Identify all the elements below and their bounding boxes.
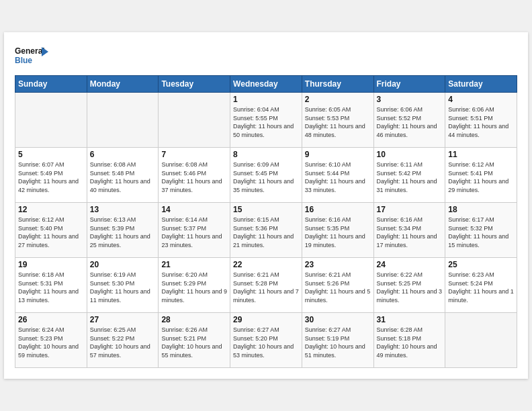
day-info: Sunrise: 6:06 AMSunset: 5:51 PMDaylight:… bbox=[448, 105, 514, 139]
day-info: Sunrise: 6:16 AMSunset: 5:35 PMDaylight:… bbox=[305, 216, 371, 249]
day-info: Sunrise: 6:12 AMSunset: 5:40 PMDaylight:… bbox=[18, 216, 84, 249]
calendar-cell: 27Sunrise: 6:25 AMSunset: 5:22 PMDayligh… bbox=[87, 313, 159, 368]
calendar-cell: 25Sunrise: 6:23 AMSunset: 5:24 PMDayligh… bbox=[445, 258, 517, 313]
day-number: 4 bbox=[448, 95, 514, 104]
calendar-cell: 14Sunrise: 6:14 AMSunset: 5:37 PMDayligh… bbox=[159, 203, 230, 258]
calendar-cell: 3Sunrise: 6:06 AMSunset: 5:52 PMDaylight… bbox=[373, 93, 445, 148]
day-info: Sunrise: 6:05 AMSunset: 5:53 PMDaylight:… bbox=[305, 105, 371, 139]
day-number: 14 bbox=[161, 205, 227, 214]
svg-text:General: General bbox=[15, 46, 45, 56]
day-info: Sunrise: 6:06 AMSunset: 5:52 PMDaylight:… bbox=[377, 105, 443, 139]
day-info: Sunrise: 6:08 AMSunset: 5:48 PMDaylight:… bbox=[90, 161, 156, 194]
weekday-header-tuesday: Tuesday bbox=[159, 76, 230, 93]
calendar-cell: 28Sunrise: 6:26 AMSunset: 5:21 PMDayligh… bbox=[159, 313, 230, 368]
day-info: Sunrise: 6:25 AMSunset: 5:22 PMDaylight:… bbox=[90, 326, 156, 359]
calendar-cell: 5Sunrise: 6:07 AMSunset: 5:49 PMDaylight… bbox=[15, 148, 87, 203]
day-number: 28 bbox=[161, 315, 227, 324]
day-info: Sunrise: 6:17 AMSunset: 5:32 PMDaylight:… bbox=[448, 216, 514, 249]
day-number: 18 bbox=[448, 205, 514, 214]
calendar-cell: 31Sunrise: 6:28 AMSunset: 5:18 PMDayligh… bbox=[373, 313, 445, 368]
calendar-cell bbox=[159, 93, 230, 148]
day-number: 6 bbox=[90, 150, 156, 159]
day-info: Sunrise: 6:26 AMSunset: 5:21 PMDaylight:… bbox=[161, 326, 227, 359]
day-number: 31 bbox=[377, 315, 443, 324]
calendar-table: SundayMondayTuesdayWednesdayThursdayFrid… bbox=[15, 75, 517, 368]
day-number: 21 bbox=[161, 260, 227, 269]
calendar-cell: 18Sunrise: 6:17 AMSunset: 5:32 PMDayligh… bbox=[445, 203, 517, 258]
calendar-cell: 20Sunrise: 6:19 AMSunset: 5:30 PMDayligh… bbox=[87, 258, 159, 313]
day-number: 10 bbox=[377, 150, 443, 159]
day-info: Sunrise: 6:21 AMSunset: 5:28 PMDaylight:… bbox=[233, 271, 299, 304]
logo-svg: General Blue bbox=[15, 43, 48, 68]
day-info: Sunrise: 6:27 AMSunset: 5:19 PMDaylight:… bbox=[305, 326, 371, 359]
day-info: Sunrise: 6:11 AMSunset: 5:42 PMDaylight:… bbox=[377, 161, 443, 194]
calendar-cell: 17Sunrise: 6:16 AMSunset: 5:34 PMDayligh… bbox=[373, 203, 445, 258]
calendar-cell: 9Sunrise: 6:10 AMSunset: 5:44 PMDaylight… bbox=[302, 148, 373, 203]
day-info: Sunrise: 6:19 AMSunset: 5:30 PMDaylight:… bbox=[90, 271, 156, 304]
day-number: 8 bbox=[233, 150, 299, 159]
day-number: 16 bbox=[305, 205, 371, 214]
week-row-5: 26Sunrise: 6:24 AMSunset: 5:23 PMDayligh… bbox=[15, 313, 517, 368]
calendar-cell: 4Sunrise: 6:06 AMSunset: 5:51 PMDaylight… bbox=[445, 93, 517, 148]
weekday-header-monday: Monday bbox=[87, 76, 159, 93]
calendar-cell: 12Sunrise: 6:12 AMSunset: 5:40 PMDayligh… bbox=[15, 203, 87, 258]
day-info: Sunrise: 6:04 AMSunset: 5:55 PMDaylight:… bbox=[233, 105, 299, 139]
day-number: 23 bbox=[305, 260, 371, 269]
day-number: 13 bbox=[90, 205, 156, 214]
day-number: 29 bbox=[233, 315, 299, 324]
calendar-cell: 13Sunrise: 6:13 AMSunset: 5:39 PMDayligh… bbox=[87, 203, 159, 258]
calendar-cell: 30Sunrise: 6:27 AMSunset: 5:19 PMDayligh… bbox=[302, 313, 373, 368]
day-info: Sunrise: 6:21 AMSunset: 5:26 PMDaylight:… bbox=[305, 271, 371, 304]
day-info: Sunrise: 6:15 AMSunset: 5:36 PMDaylight:… bbox=[233, 216, 299, 249]
day-info: Sunrise: 6:28 AMSunset: 5:18 PMDaylight:… bbox=[377, 326, 443, 359]
day-number: 27 bbox=[90, 315, 156, 324]
day-number: 5 bbox=[18, 150, 84, 159]
calendar-cell: 29Sunrise: 6:27 AMSunset: 5:20 PMDayligh… bbox=[230, 313, 302, 368]
day-info: Sunrise: 6:13 AMSunset: 5:39 PMDaylight:… bbox=[90, 216, 156, 249]
calendar-cell: 10Sunrise: 6:11 AMSunset: 5:42 PMDayligh… bbox=[373, 148, 445, 203]
calendar-container: General Blue SundayMondayTuesdayWednesda… bbox=[4, 32, 528, 379]
day-info: Sunrise: 6:22 AMSunset: 5:25 PMDaylight:… bbox=[377, 271, 443, 304]
week-row-2: 5Sunrise: 6:07 AMSunset: 5:49 PMDaylight… bbox=[15, 148, 517, 203]
day-number: 15 bbox=[233, 205, 299, 214]
day-info: Sunrise: 6:10 AMSunset: 5:44 PMDaylight:… bbox=[305, 161, 371, 194]
day-number: 19 bbox=[18, 260, 84, 269]
day-info: Sunrise: 6:20 AMSunset: 5:29 PMDaylight:… bbox=[161, 271, 227, 304]
svg-marker-2 bbox=[42, 47, 48, 56]
weekday-header-saturday: Saturday bbox=[445, 76, 517, 93]
calendar-cell: 16Sunrise: 6:16 AMSunset: 5:35 PMDayligh… bbox=[302, 203, 373, 258]
day-number: 24 bbox=[377, 260, 443, 269]
day-number: 20 bbox=[90, 260, 156, 269]
calendar-cell: 19Sunrise: 6:18 AMSunset: 5:31 PMDayligh… bbox=[15, 258, 87, 313]
day-number: 22 bbox=[233, 260, 299, 269]
day-info: Sunrise: 6:23 AMSunset: 5:24 PMDaylight:… bbox=[448, 271, 514, 304]
day-number: 25 bbox=[448, 260, 514, 269]
calendar-cell bbox=[15, 93, 87, 148]
day-info: Sunrise: 6:27 AMSunset: 5:20 PMDaylight:… bbox=[233, 326, 299, 359]
day-number: 1 bbox=[233, 95, 299, 104]
day-number: 2 bbox=[305, 95, 371, 104]
day-number: 9 bbox=[305, 150, 371, 159]
day-info: Sunrise: 6:18 AMSunset: 5:31 PMDaylight:… bbox=[18, 271, 84, 304]
day-number: 11 bbox=[448, 150, 514, 159]
calendar-cell: 8Sunrise: 6:09 AMSunset: 5:45 PMDaylight… bbox=[230, 148, 302, 203]
weekday-header-thursday: Thursday bbox=[302, 76, 373, 93]
calendar-cell: 1Sunrise: 6:04 AMSunset: 5:55 PMDaylight… bbox=[230, 93, 302, 148]
week-row-1: 1Sunrise: 6:04 AMSunset: 5:55 PMDaylight… bbox=[15, 93, 517, 148]
calendar-cell bbox=[87, 93, 159, 148]
week-row-4: 19Sunrise: 6:18 AMSunset: 5:31 PMDayligh… bbox=[15, 258, 517, 313]
calendar-cell: 21Sunrise: 6:20 AMSunset: 5:29 PMDayligh… bbox=[159, 258, 230, 313]
calendar-header: General Blue bbox=[15, 43, 517, 68]
weekday-header-friday: Friday bbox=[373, 76, 445, 93]
day-number: 30 bbox=[305, 315, 371, 324]
day-info: Sunrise: 6:08 AMSunset: 5:46 PMDaylight:… bbox=[161, 161, 227, 194]
day-number: 26 bbox=[18, 315, 84, 324]
day-info: Sunrise: 6:09 AMSunset: 5:45 PMDaylight:… bbox=[233, 161, 299, 194]
weekday-header-sunday: Sunday bbox=[15, 76, 87, 93]
week-row-3: 12Sunrise: 6:12 AMSunset: 5:40 PMDayligh… bbox=[15, 203, 517, 258]
day-number: 12 bbox=[18, 205, 84, 214]
calendar-cell: 23Sunrise: 6:21 AMSunset: 5:26 PMDayligh… bbox=[302, 258, 373, 313]
svg-text:Blue: Blue bbox=[15, 56, 32, 65]
day-info: Sunrise: 6:14 AMSunset: 5:37 PMDaylight:… bbox=[161, 216, 227, 249]
day-info: Sunrise: 6:24 AMSunset: 5:23 PMDaylight:… bbox=[18, 326, 84, 359]
